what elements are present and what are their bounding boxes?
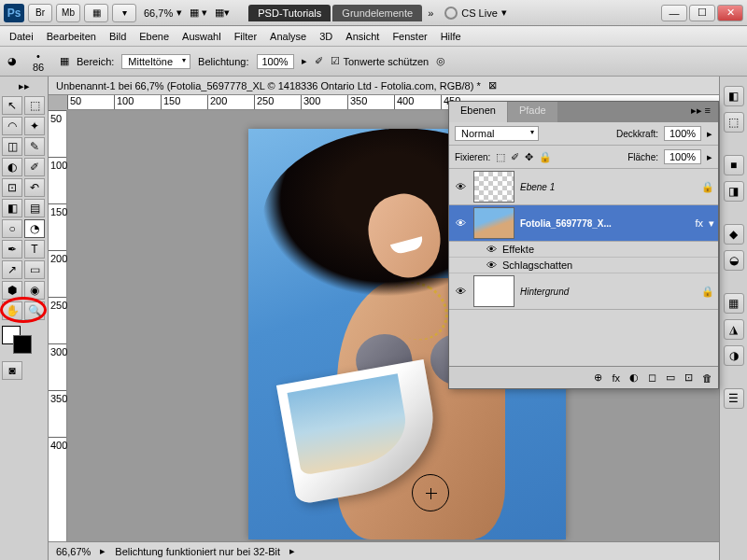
move-tool[interactable]: ↖ (2, 96, 22, 115)
workspace-more[interactable]: » (428, 7, 433, 19)
fx-icon[interactable]: fx (612, 372, 620, 384)
mask-icon[interactable]: ◐ (629, 371, 639, 384)
menu-3d[interactable]: 3D (319, 31, 332, 42)
brush-preview[interactable]: •86 (24, 50, 52, 73)
zoom-menu[interactable]: ▾ (176, 7, 182, 19)
lock-pos-icon[interactable]: ✥ (525, 151, 533, 163)
dock-hist-icon[interactable]: ◮ (724, 319, 744, 340)
menu-fenster[interactable]: Fenster (392, 31, 427, 42)
lasso-tool[interactable]: ◠ (2, 117, 22, 135)
panel-menu-icon[interactable]: ▸▸ ≡ (684, 102, 718, 122)
link-icon[interactable]: ⊕ (594, 371, 602, 384)
dock-color-icon[interactable]: ◧ (724, 86, 744, 106)
cslive-button[interactable]: CS Live ▾ (444, 7, 507, 20)
layer-thumb[interactable] (473, 207, 514, 239)
ruler-vertical[interactable]: 50 100 150 200 250 300 350 400 (49, 110, 67, 541)
pressure-icon[interactable]: ◎ (436, 55, 445, 67)
layer-name[interactable]: Fotolia_5697778_X... (520, 218, 689, 229)
fx-expand-icon[interactable]: ▾ (709, 217, 714, 230)
view-extras-button[interactable]: ▦ ▾ (190, 7, 207, 19)
document-tab[interactable]: Unbenannt-1 bei 66,7% (Fotolia_5697778_X… (49, 77, 747, 95)
layer-thumb[interactable] (473, 275, 514, 307)
flaeche-input[interactable]: 100% (664, 149, 701, 164)
layer-name[interactable]: Ebene 1 (520, 182, 696, 192)
bereich-select[interactable]: Mitteltöne (121, 54, 190, 69)
3d-tool[interactable]: ⬢ (2, 281, 22, 300)
menu-hilfe[interactable]: Hilfe (441, 31, 461, 42)
zoom-display[interactable]: 66,7% (144, 7, 173, 19)
gradient-tool[interactable]: ▤ (24, 199, 45, 217)
menu-bearbeiten[interactable]: Bearbeiten (47, 31, 96, 42)
workspace-tab-psd[interactable]: PSD-Tutorials (248, 5, 331, 21)
stamp-tool[interactable]: ⊡ (2, 178, 22, 197)
group-icon[interactable]: ▭ (666, 371, 675, 384)
close-doc-icon[interactable]: ⊠ (488, 79, 497, 91)
minibridge-button[interactable]: Mb (56, 4, 80, 22)
eraser-tool[interactable]: ◧ (2, 199, 22, 217)
hand-tool[interactable]: ✋ (2, 301, 22, 320)
crop-tool[interactable]: ◫ (2, 137, 22, 156)
heal-tool[interactable]: ◐ (2, 158, 22, 176)
tool-preset-icon[interactable]: ◕ (7, 55, 17, 67)
dock-nav-icon[interactable]: ▦ (724, 293, 744, 314)
layer-effects[interactable]: 👁 Effekte (449, 242, 718, 258)
bridge-button[interactable]: Br (28, 4, 52, 22)
dock-swatches-icon[interactable]: ⬚ (724, 112, 744, 133)
belichtung-flyout[interactable]: ▸ (302, 55, 307, 67)
workspace-tab-grund[interactable]: Grundelemente (332, 5, 422, 21)
color-swatches[interactable] (2, 326, 37, 354)
arrange-button[interactable]: ▦▾ (215, 7, 230, 19)
deckkraft-flyout[interactable]: ▸ (707, 128, 712, 140)
dock-para-icon[interactable]: ☰ (724, 388, 744, 409)
screen-mode-button[interactable]: ▦ (84, 4, 108, 22)
trash-icon[interactable]: 🗑 (702, 372, 712, 384)
dock-styles-icon[interactable]: ◆ (724, 224, 744, 245)
adjust-icon[interactable]: ◻ (648, 371, 656, 384)
maximize-button[interactable]: ☐ (689, 5, 715, 21)
blur-tool[interactable]: ○ (2, 219, 22, 238)
lock-trans-icon[interactable]: ⬚ (496, 151, 505, 163)
menu-datei[interactable]: Datei (9, 31, 34, 42)
wand-tool[interactable]: ✦ (24, 117, 45, 135)
screen-mode-menu[interactable]: ▾ (112, 4, 136, 22)
layer-row[interactable]: 👁 Hintergrund 🔒 (449, 273, 718, 310)
tab-ebenen[interactable]: Ebenen (449, 102, 508, 122)
deckkraft-input[interactable]: 100% (664, 126, 701, 141)
tonwerte-checkbox[interactable]: ☑ Tonwerte schützen (331, 55, 430, 67)
layer-thumb[interactable] (473, 171, 514, 203)
belichtung-input[interactable]: 100% (257, 54, 294, 69)
menu-bild[interactable]: Bild (109, 31, 126, 42)
menu-filter[interactable]: Filter (234, 31, 257, 42)
status-menu[interactable]: ▸ (289, 545, 295, 557)
flaeche-flyout[interactable]: ▸ (707, 151, 712, 163)
visibility-icon[interactable]: 👁 (486, 259, 497, 271)
shape-tool[interactable]: ▭ (24, 260, 45, 279)
tab-pfade[interactable]: Pfade (508, 102, 558, 122)
visibility-icon[interactable]: 👁 (453, 286, 468, 297)
quickmask-tool[interactable]: ◙ (2, 361, 22, 380)
dock-char-icon[interactable]: ◒ (724, 250, 744, 271)
type-tool[interactable]: T (24, 240, 45, 259)
dodge-tool[interactable]: ◔ (24, 219, 45, 238)
layer-row[interactable]: 👁 Fotolia_5697778_X... fx ▾ (449, 205, 718, 242)
visibility-icon[interactable]: 👁 (486, 244, 497, 255)
airbrush-icon[interactable]: ✐ (315, 55, 323, 67)
menu-ansicht[interactable]: Ansicht (345, 31, 379, 42)
dock-actions-icon[interactable]: ◑ (724, 345, 744, 366)
brush-tool[interactable]: ✐ (24, 158, 45, 176)
new-layer-icon[interactable]: ⊡ (684, 371, 693, 384)
layer-name[interactable]: Hintergrund (520, 287, 696, 297)
history-tool[interactable]: ↶ (24, 178, 45, 197)
3dcam-tool[interactable]: ◉ (24, 281, 45, 300)
fx-badge[interactable]: fx (695, 217, 703, 229)
path-tool[interactable]: ↗ (2, 260, 22, 279)
visibility-icon[interactable]: 👁 (453, 181, 468, 192)
visibility-icon[interactable]: 👁 (453, 217, 468, 229)
dock-adjust-icon[interactable]: ■ (724, 155, 744, 175)
lock-all-icon[interactable]: 🔒 (539, 151, 552, 163)
brush-panel-icon[interactable]: ▦ (60, 55, 69, 67)
menu-auswahl[interactable]: Auswahl (182, 31, 221, 42)
zoom-tool[interactable]: 🔍 (24, 301, 45, 320)
menu-ebene[interactable]: Ebene (139, 31, 169, 42)
menu-analyse[interactable]: Analyse (270, 31, 306, 42)
